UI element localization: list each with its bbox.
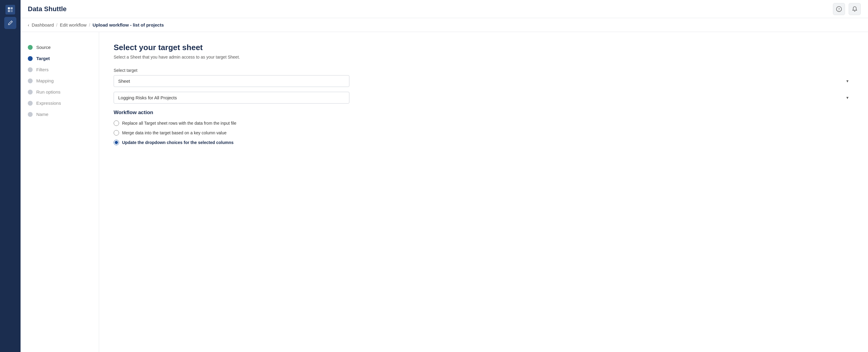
app-title: Data Shuttle — [28, 5, 66, 13]
step-source-label: Source — [36, 45, 51, 50]
breadcrumb: ‹ Dashboard / Edit workflow / Upload wor… — [21, 18, 868, 32]
radio-merge[interactable]: Merge data into the target based on a ke… — [114, 130, 854, 136]
notifications-button[interactable] — [849, 3, 861, 15]
step-filters-label: Filters — [36, 67, 49, 72]
top-header: Data Shuttle ? — [21, 0, 868, 18]
step-run-options[interactable]: Run options — [28, 86, 92, 98]
workflow-action-section: Workflow action Replace all Target sheet… — [114, 110, 854, 145]
breadcrumb-back-arrow[interactable]: ‹ — [28, 23, 29, 28]
header-icons: ? — [833, 3, 861, 15]
radio-update-dropdown[interactable]: Update the dropdown choices for the sele… — [114, 140, 854, 145]
workflow-action-title: Workflow action — [114, 110, 854, 116]
breadcrumb-dashboard[interactable]: Dashboard — [32, 22, 54, 28]
step-mapping[interactable]: Mapping — [28, 75, 92, 86]
svg-rect-1 — [10, 7, 13, 9]
step-target[interactable]: Target — [28, 53, 92, 64]
step-run-options-label: Run options — [36, 90, 60, 95]
edit-nav-button[interactable] — [4, 17, 16, 29]
radio-replace-label: Replace all Target sheet rows with the d… — [122, 121, 236, 126]
step-source-dot — [28, 45, 33, 50]
step-source[interactable]: Source — [28, 42, 92, 53]
svg-text:?: ? — [838, 7, 840, 11]
step-expressions-dot — [28, 101, 33, 106]
app-sidebar — [0, 0, 21, 352]
radio-merge-label: Merge data into the target based on a ke… — [122, 131, 227, 135]
sheet-type-dropdown-arrow: ▼ — [846, 79, 849, 83]
help-button[interactable]: ? — [833, 3, 845, 15]
step-filters-dot — [28, 67, 33, 72]
step-expressions-label: Expressions — [36, 101, 61, 106]
app-logo — [5, 5, 15, 14]
radio-replace[interactable]: Replace all Target sheet rows with the d… — [114, 120, 854, 126]
svg-rect-3 — [10, 10, 13, 12]
step-expressions[interactable]: Expressions — [28, 98, 92, 109]
step-name-label: Name — [36, 112, 49, 117]
form-subtitle: Select a Sheet that you have admin acces… — [114, 55, 854, 60]
radio-update-dropdown-input[interactable] — [114, 140, 119, 145]
svg-rect-0 — [8, 7, 10, 9]
breadcrumb-edit-workflow[interactable]: Edit workflow — [60, 22, 87, 28]
step-name-dot — [28, 112, 33, 117]
sheet-type-select-wrapper: Sheet Report ▼ — [114, 75, 854, 87]
content-layout: Source Target Filters Mapping Run option… — [21, 32, 868, 352]
radio-update-dropdown-label: Update the dropdown choices for the sele… — [122, 140, 234, 145]
project-select-wrapper: Logging Risks for All Projects Other Pro… — [114, 92, 854, 104]
radio-merge-input[interactable] — [114, 130, 119, 136]
step-run-options-dot — [28, 90, 33, 95]
step-name[interactable]: Name — [28, 109, 92, 120]
radio-replace-input[interactable] — [114, 120, 119, 126]
project-select[interactable]: Logging Risks for All Projects Other Pro… — [114, 92, 349, 104]
form-title: Select your target sheet — [114, 43, 854, 52]
form-area: Select your target sheet Select a Sheet … — [99, 32, 868, 352]
step-target-label: Target — [36, 56, 50, 61]
step-filters[interactable]: Filters — [28, 64, 92, 75]
breadcrumb-sep2: / — [89, 23, 90, 28]
project-dropdown-arrow: ▼ — [846, 96, 849, 100]
svg-rect-2 — [8, 10, 10, 12]
breadcrumb-sep1: / — [56, 23, 57, 28]
step-target-dot — [28, 56, 33, 61]
steps-sidebar: Source Target Filters Mapping Run option… — [21, 32, 99, 352]
select-target-label: Select target — [114, 68, 854, 73]
breadcrumb-current-page: Upload workflow - list of projects — [92, 22, 164, 28]
step-mapping-label: Mapping — [36, 78, 54, 83]
step-mapping-dot — [28, 78, 33, 83]
main-area: Data Shuttle ? ‹ Dashboard / Edit workfl… — [21, 0, 868, 352]
sheet-type-select[interactable]: Sheet Report — [114, 75, 349, 87]
